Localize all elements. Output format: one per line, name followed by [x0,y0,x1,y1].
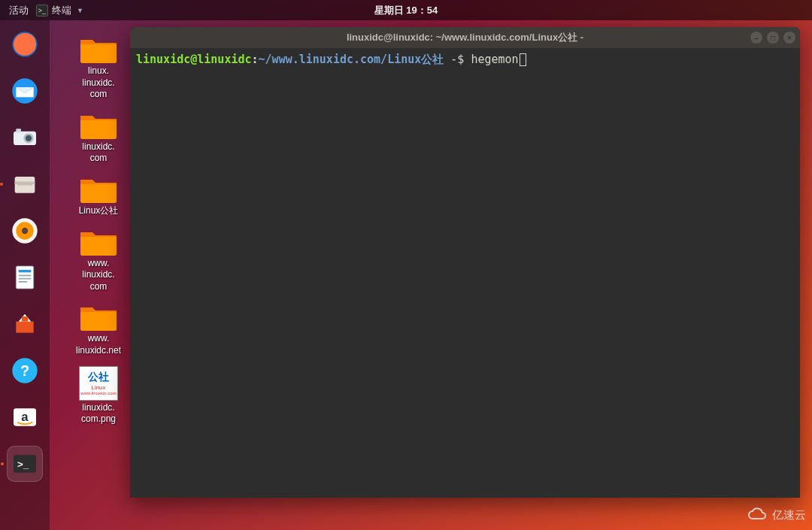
svg-text:>_: >_ [17,459,29,470]
firefox-icon[interactable] [7,26,43,62]
minimize-button[interactable]: – [750,32,762,44]
prompt-colon: : [252,53,259,66]
maximize-button[interactable]: □ [767,32,779,44]
close-button[interactable]: × [783,32,795,44]
watermark-text: 亿速云 [772,508,806,522]
thunderbird-icon[interactable] [7,73,43,109]
terminal-window[interactable]: linuxidc@linuxidc: ~/www.linuxidc.com/Li… [130,27,800,498]
terminal-command: hegemon [471,53,518,66]
camera-icon[interactable] [7,120,43,156]
svg-rect-16 [19,281,28,283]
desktop-icon-label: linuxidc.com [82,141,114,165]
rhythmbox-icon[interactable] [7,213,43,249]
activities-button[interactable]: 活动 [9,4,29,17]
app-menu[interactable]: >_ 终端 ▼ [36,4,83,17]
cloud-icon [747,507,768,524]
prompt-user: linuxidc [136,53,190,66]
desktop-icon-label: Linux公社 [79,205,119,217]
desktop-folder[interactable]: Linux公社 [65,174,132,217]
svg-rect-14 [19,275,32,277]
desktop-icon-label: linux.linuxidc.com [82,65,114,101]
desktop-folder[interactable]: www.linuxidc.net [65,301,132,356]
desktop-file-png[interactable]: 公社 Linux www.linuxidc.com linuxidc.com.p… [65,366,132,426]
svg-rect-15 [19,278,32,280]
chevron-down-icon: ▼ [77,7,83,14]
svg-rect-12 [16,266,33,289]
desktop-icon-label: linuxidc.com.png [81,402,116,426]
window-titlebar[interactable]: linuxidc@linuxidc: ~/www.linuxidc.com/Li… [130,27,800,48]
terminal-cursor [520,53,526,66]
png-thumbnail: 公社 Linux www.linuxidc.com [79,366,118,401]
window-controls: – □ × [750,32,795,44]
prompt-host: linuxidc [197,53,251,66]
svg-rect-7 [15,182,35,184]
window-title: linuxidc@linuxidc: ~/www.linuxidc.com/Li… [347,31,583,44]
desktop-icons-column: linux.linuxidc.com linuxidc.com Linux公社 … [65,34,132,426]
terminal-icon[interactable]: >_ [7,446,43,482]
desktop-folder[interactable]: www.linuxidc.com [65,226,132,293]
dock: ? a >_ [0,20,50,530]
app-menu-label: 终端 [52,4,71,17]
clock[interactable]: 星期日 19：54 [374,4,438,17]
prompt-path: ~/www.linuxidc.com/Linux公社 [259,53,444,66]
svg-rect-5 [16,129,21,132]
svg-rect-13 [19,270,32,272]
svg-rect-8 [17,184,32,186]
svg-text:?: ? [20,362,29,379]
prompt-suffix: -$ [444,53,471,66]
svg-point-11 [22,228,28,234]
desktop-icon-label: www.linuxidc.com [82,258,114,293]
files-icon[interactable] [7,166,43,202]
amazon-icon[interactable]: a [7,399,43,435]
svg-point-4 [26,135,32,141]
libreoffice-writer-icon[interactable] [7,259,43,295]
svg-text:a: a [21,410,29,424]
desktop-folder[interactable]: linux.linuxidc.com [65,34,132,101]
prompt-at: @ [190,53,197,66]
terminal-small-icon: >_ [36,5,48,17]
terminal-body[interactable]: linuxidc@linuxidc:~/www.linuxidc.com/Lin… [130,48,800,498]
svg-rect-17 [22,316,28,322]
watermark: 亿速云 [747,507,806,524]
desktop-icon-label: www.linuxidc.net [76,333,121,356]
help-icon[interactable]: ? [7,353,43,389]
desktop-folder[interactable]: linuxidc.com [65,110,132,165]
top-bar: 活动 >_ 终端 ▼ 星期日 19：54 [0,0,812,20]
software-center-icon[interactable] [7,306,43,342]
